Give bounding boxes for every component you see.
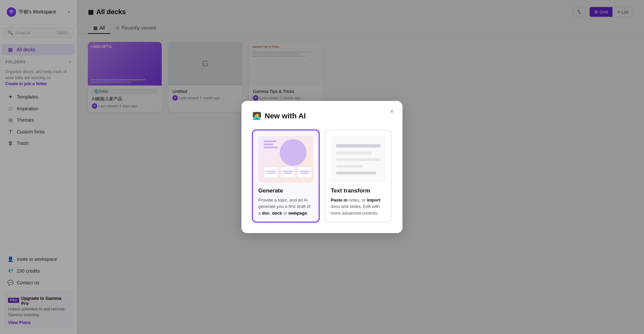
gen-card [297, 167, 312, 178]
watermark: CSDN @YuZou 邱宇 [602, 326, 640, 331]
generate-option-title: Generate [258, 187, 313, 194]
modal-options: Generate Provide a topic, and let AI gen… [252, 130, 392, 223]
text-transform-option-desc: Paste in notes, or import docs and slide… [331, 197, 386, 217]
close-icon: × [390, 108, 394, 115]
generate-thumbnail [258, 136, 313, 183]
gen-card [280, 167, 295, 178]
modal-close-button[interactable]: × [386, 106, 397, 117]
gen-bg-circle [280, 139, 307, 166]
modal-overlay[interactable]: 🧑‍💻 New with AI × [0, 0, 644, 334]
text-transform-option-card[interactable]: Text transform Paste in notes, or import… [325, 130, 392, 223]
generate-option-desc: Provide a topic, and let AI generate you… [258, 197, 313, 217]
transform-thumb [331, 136, 386, 183]
generate-option-card[interactable]: Generate Provide a topic, and let AI gen… [252, 130, 319, 223]
modal-title-icon: 🧑‍💻 [252, 112, 261, 120]
modal-dialog: 🧑‍💻 New with AI × [241, 101, 402, 233]
gen-card [264, 167, 278, 178]
text-transform-option-title: Text transform [331, 187, 386, 194]
gen-lines [264, 141, 280, 150]
modal-header: 🧑‍💻 New with AI [252, 112, 392, 120]
text-transform-thumbnail [331, 136, 386, 183]
modal-title: New with AI [265, 112, 306, 120]
gen-cards-row [264, 167, 312, 178]
